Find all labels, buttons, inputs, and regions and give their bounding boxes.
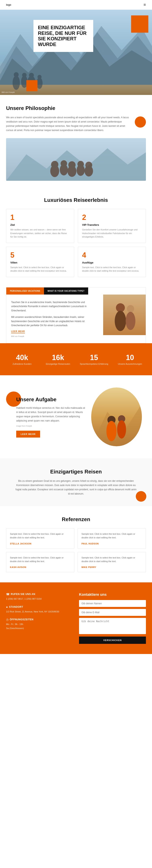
stat-3: 15 Sprachkompetenz Erfahrung [78,353,110,365]
luxury-card-title-1: Ziel [10,223,70,226]
ref-name-3: KASH AVISON [10,566,71,568]
ref-text-2: Sample text. Click to select the text bo… [81,532,142,539]
stats-section: 40k Zufriedene Kunden 16k Einzigartige R… [0,343,152,375]
contact-hours-text: Mo - Fr.: 9h - 19h Sa (Geschlossen) [6,622,73,630]
ref-text-3: Sample text. Click to select the text bo… [10,556,71,563]
luxury-card-title-3: Villen [10,261,70,264]
contact-phone-number: 1 (256) 567-9017, 1 (256) 987-5154 [6,597,73,601]
mission-image [91,388,142,446]
tab-image-svg [103,294,146,335]
philosophy-svg [6,138,146,181]
location-icon: ● [6,605,8,609]
stat-num-1: 40k [6,353,38,362]
unique-text: Bis zu einem gewissen Grad ist es uns ge… [15,479,137,496]
tab-paragraph-1: Tauchen Sie in a wunderscöne Inseln, fas… [11,300,98,313]
svg-point-6 [14,72,18,77]
mission-image-credit: image from Freepik [16,425,85,427]
tab-credit: Bild von Freepik [11,335,98,337]
contact-hours-title: ◷ ÖFFNUNGSZEITEN [6,618,73,621]
ref-card-3: Sample text. Click to select the text bo… [6,552,74,572]
luxury-num-2: 2 [82,213,142,222]
tab-content-area: Tauchen Sie in a wunderscöne Inseln, fas… [6,294,146,343]
mission-btn[interactable]: LEER MEHR [16,431,40,438]
philosophy-image [6,138,146,181]
leer-mehr-link[interactable]: LEER MEHR [11,330,25,333]
tabs-section: PERSONALIZED VACATIONS WHAT IS YOUR VACA… [6,287,146,343]
stat-num-3: 15 [78,353,110,362]
contact-email-input[interactable] [79,609,146,616]
philosophy-text: We are a team of tourist specialists pas… [6,116,130,132]
luxury-num-1: 1 [10,213,70,222]
contact-form: Kontaktiere uns VERSCHICKEN [79,592,146,644]
mission-content: Unsere Aufgabe Habitant morbi tristique … [6,388,146,446]
refs-grid: Sample text. Click to select the text bo… [6,528,146,572]
tabs-bar: PERSONALIZED VACATIONS WHAT IS YOUR VACA… [6,287,146,294]
contact-phone-block: ☎ RUFEN SIE UNS AN 1 (256) 567-9017, 1 (… [6,592,73,601]
contact-address-block: ● STANDORT 1/2 Rick Street, 21 Avenue, N… [6,605,73,614]
contact-info: ☎ RUFEN SIE UNS AN 1 (256) 567-9017, 1 (… [6,592,73,644]
philosophy-orange-circle [135,117,146,128]
mission-title: Unsere Aufgabe [16,396,85,403]
mission-svg [91,388,142,446]
hero-section: EINE EINZIGARTIGE REISE, DIE NUR FÜR SIE… [0,10,152,95]
contact-section: ☎ RUFEN SIE UNS AN 1 (256) 567-9017, 1 (… [0,582,152,654]
contact-phone-title: ☎ RUFEN SIE UNS AN [6,592,73,596]
hamburger-icon[interactable]: ≡ [144,2,146,7]
ref-name-2: PAUL HUDSON [81,542,142,545]
mission-image-wrap [91,388,146,446]
svg-point-8 [22,73,27,77]
stat-num-2: 16k [42,353,74,362]
mission-text-area: Unsere Aufgabe Habitant morbi tristique … [6,396,85,438]
svg-point-16 [50,165,59,177]
hero-orange-accent-bottom [26,80,37,91]
ref-text-1: Sample text. Click to select the text bo… [10,532,71,539]
svg-point-29 [126,312,136,330]
hero-orange-accent-top [131,16,148,33]
clock-icon: ◷ [6,618,8,621]
contact-address-title: ● STANDORT [6,605,73,609]
luxury-num-4: 4 [82,251,142,259]
contact-address-label: STANDORT [9,606,23,608]
svg-point-36 [117,420,126,439]
contact-message-input[interactable] [79,618,146,634]
contact-submit-btn[interactable]: VERSCHICKEN [79,637,146,644]
luxury-card-1: 1 Ziel Wir wollten wissen, wo und warum … [6,209,74,243]
nav-logo: logo [6,3,11,6]
svg-point-24 [84,165,93,177]
refs-title: Referenzen [6,516,146,523]
referenzen-section: Referenzen Sample text. Click to select … [0,506,152,582]
ref-card-2: Sample text. Click to select the text bo… [78,528,146,549]
tab-image-area [103,294,146,343]
ref-name-1: STELLA JACKSON [10,542,71,545]
luxury-card-2: 2 VIP-Transfers Genießen Sie den Komfort… [78,209,146,243]
svg-point-22 [77,164,85,176]
luxury-title: Luxuriöses Reiseerlebnis [6,197,146,203]
tab-paragraph-2: Mit unseren wunderschönen Stränden, beza… [11,315,98,328]
svg-point-20 [68,165,76,177]
stat-label-1: Zufriedene Kunden [6,363,38,365]
luxury-card-title-2: VIP-Transfers [82,223,142,226]
mission-text: Habitant morbi tristique senectus et. Ne… [16,406,85,423]
luxury-grid: 1 Ziel Wir wollten wissen, wo und warum … [6,209,146,277]
luxury-card-text-1: Wir wollten wissen, wo und warum – denn … [10,228,70,239]
contact-address-text: 1/2 Rick Street, 21 Avenue, New York, NY… [6,610,73,614]
stats-grid: 40k Zufriedene Kunden 16k Einzigartige R… [6,353,146,365]
stat-label-3: Sprachkompetenz Erfahrung [78,363,110,365]
hero-credit: Bild von Freepik [2,91,15,93]
stat-4: 10 Unsere Auszeichnungen [114,353,146,365]
luxury-card-title-4: Ausflüge [82,261,142,264]
svg-point-27 [115,311,126,331]
svg-point-18 [60,164,68,176]
contact-grid: ☎ RUFEN SIE UNS AN 1 (256) 567-9017, 1 (… [6,592,146,644]
luxury-card-text-4: Sample text. Click to select the text bo… [82,266,142,273]
luxury-section: Luxuriöses Reiseerlebnis 1 Ziel Wir woll… [0,187,152,287]
contact-call-label: RUFEN SIE UNS AN [11,593,35,596]
contact-name-input[interactable] [79,600,146,607]
ref-card-1: Sample text. Click to select the text bo… [6,528,74,549]
stat-1: 40k Zufriedene Kunden [6,353,38,365]
svg-point-12 [37,75,42,79]
svg-point-34 [106,421,117,441]
svg-point-28 [127,305,134,312]
tab-vacations-type[interactable]: WHAT IS YOUR VACATIONS TYPE? [44,287,88,294]
tab-personalized[interactable]: PERSONALIZED VACATIONS [6,287,44,294]
